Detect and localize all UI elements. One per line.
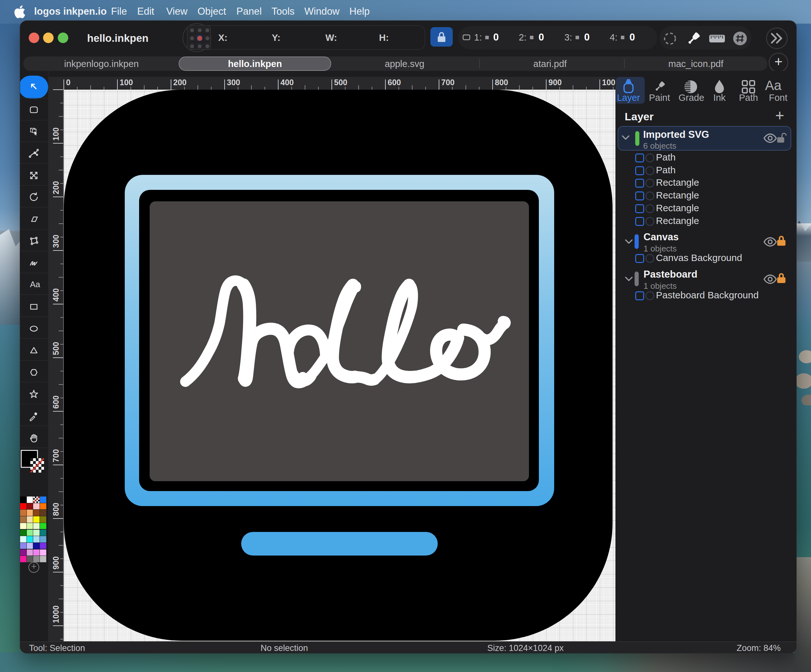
svg-text:Aa: Aa <box>30 280 40 289</box>
svg-text:400: 400 <box>51 288 60 302</box>
svg-text:300: 300 <box>227 78 240 87</box>
svg-text:600: 600 <box>51 395 60 409</box>
svg-text:300: 300 <box>51 234 60 248</box>
svg-text:700: 700 <box>441 78 455 87</box>
svg-text:1000: 1000 <box>51 605 60 623</box>
svg-text:500: 500 <box>51 342 60 355</box>
svg-text:800: 800 <box>51 502 60 516</box>
svg-text:200: 200 <box>51 181 60 194</box>
svg-text:700: 700 <box>51 449 60 462</box>
svg-text:900: 900 <box>51 556 60 570</box>
svg-text:800: 800 <box>495 78 508 87</box>
svg-text:100: 100 <box>51 127 60 141</box>
svg-text:100: 100 <box>120 78 133 87</box>
svg-text:900: 900 <box>548 78 562 87</box>
svg-text:600: 600 <box>388 78 401 87</box>
svg-text:500: 500 <box>334 78 348 87</box>
svg-text:400: 400 <box>280 78 294 87</box>
svg-text:0: 0 <box>66 78 71 87</box>
svg-text:200: 200 <box>173 78 187 87</box>
svg-text:1000: 1000 <box>602 78 616 87</box>
